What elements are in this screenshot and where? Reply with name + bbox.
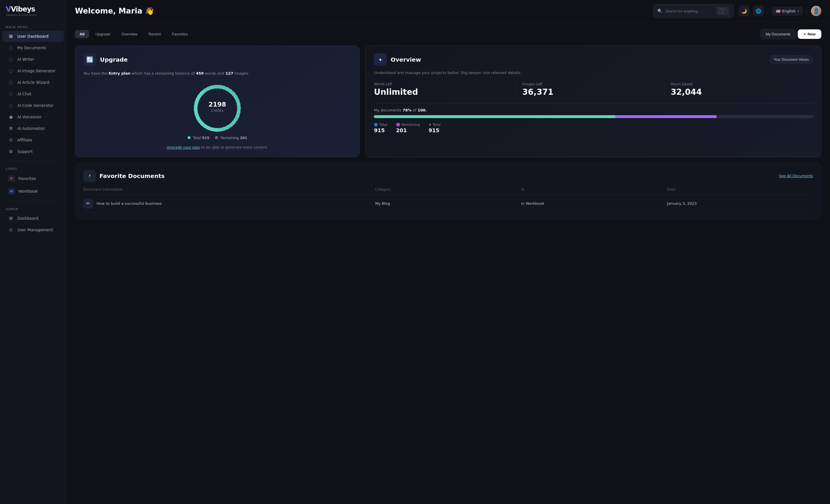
- upgrade-card: 🔄 Upgrade You have the Entry plan which …: [75, 45, 360, 157]
- sidebar-item-ai-voiceover[interactable]: ◉ AI Voiceover: [2, 111, 64, 123]
- app-name: VVibeys: [6, 5, 37, 13]
- overview-card-title-row: ✦ Overview: [374, 53, 421, 66]
- stats-row: Words Left Unlimited Images Left 36,371 …: [374, 82, 813, 97]
- sidebar-item-label: Favorites: [19, 176, 36, 181]
- doc-date: January 3, 2023: [667, 201, 813, 206]
- sidebar-item-label: AI Code Generator: [17, 103, 53, 108]
- col-in: In: [521, 188, 667, 192]
- admin-dashboard-icon: ⊞: [8, 215, 14, 221]
- upgrade-description: You have the Entry plan which has a rema…: [83, 71, 351, 77]
- avatar-image: 👤: [813, 7, 820, 14]
- main-content: Welcome, Maria 👋 🔍 cmd + E 🌙 🌐 🇺🇸 Englis…: [66, 0, 830, 504]
- language-selector[interactable]: 🇺🇸 English ▾: [772, 7, 803, 15]
- sidebar-item-user-management[interactable]: ⊙ User Management: [2, 224, 64, 235]
- language-label: English: [782, 9, 796, 13]
- favorite-docs-card: ⚡ Favorite Documents See All Documents D…: [75, 163, 821, 220]
- support-icon: ⚙: [8, 148, 14, 155]
- sidebar-item-label: User Management: [17, 228, 53, 232]
- search-input[interactable]: [665, 9, 713, 13]
- overview-icon: ✦: [374, 53, 386, 66]
- tab-all[interactable]: All: [75, 30, 89, 38]
- sidebar-item-label: AI Chat: [17, 92, 31, 96]
- stat-words-value: Unlimited: [374, 87, 510, 97]
- header-actions: 🌙 🌐 🇺🇸 English ▾ 👤: [739, 6, 821, 16]
- affiliate-icon: ⊙: [8, 137, 14, 143]
- fav-docs-icon: ⚡: [83, 170, 96, 182]
- svg-text:2198: 2198: [209, 101, 226, 108]
- links-label: LINKS: [0, 164, 66, 172]
- ai-voiceover-icon: ◉: [8, 114, 14, 120]
- sidebar-item-ai-code-generator[interactable]: ◌ AI Code Generator: [2, 100, 64, 111]
- stat-hours-saved: Hours Saved 32,044: [671, 82, 813, 97]
- prog-total-2-value: 915: [428, 127, 441, 133]
- sidebar-divider-1: [6, 161, 60, 161]
- ai-automation-icon: ⚙: [8, 126, 14, 131]
- stat-words-label: Words Left: [374, 82, 510, 86]
- total-dot: [188, 136, 191, 139]
- see-all-link[interactable]: See All Documents: [779, 174, 813, 178]
- user-avatar[interactable]: 👤: [811, 6, 821, 16]
- upgrade-link[interactable]: Upgrade your plan: [167, 145, 200, 149]
- sidebar-item-ai-chat[interactable]: ◌ AI Chat: [2, 89, 64, 99]
- credits-svg: // We'll do this in inline SVG with actu…: [191, 82, 243, 134]
- tab-upgrade[interactable]: Upgrade: [91, 30, 115, 38]
- sidebar-item-workbook[interactable]: W Workbook: [2, 185, 64, 197]
- app-tagline: Integrate AI Seamlessly.: [6, 13, 37, 16]
- credits-chart-wrapper: // We'll do this in inline SVG with actu…: [83, 82, 351, 140]
- sidebar-item-ai-writer[interactable]: ◌ AI Writer: [2, 54, 64, 65]
- upgrade-card-header: 🔄 Upgrade: [83, 53, 351, 66]
- prog-total-value: 915: [374, 127, 387, 133]
- overview-card: ✦ Overview Your Document Values Understa…: [365, 45, 821, 157]
- chevron-down-icon: ▾: [797, 9, 799, 13]
- sidebar-item-my-documents[interactable]: ◌ My Documents: [2, 42, 64, 53]
- user-management-icon: ⊙: [8, 227, 14, 233]
- sidebar-item-label: My Documents: [17, 45, 46, 50]
- sidebar: VVibeys Integrate AI Seamlessly. MAIN ME…: [0, 0, 66, 504]
- sidebar-item-ai-image-generator[interactable]: ◌ AI Image Generator: [2, 65, 64, 76]
- prog-legend-remaining: 🟣 Remaining 201: [396, 123, 420, 133]
- stat-images-label: Images Left: [522, 82, 659, 86]
- dark-mode-toggle[interactable]: 🌙: [739, 6, 749, 16]
- progress-bar-track: [374, 115, 813, 118]
- upgrade-link-suffix: to be able to generate more content.: [201, 145, 268, 149]
- new-button[interactable]: + New: [798, 29, 821, 39]
- header-divider-2: [807, 7, 807, 15]
- doc-info-cell: ✏️ How to build a successful business: [83, 199, 375, 208]
- col-date: Date: [667, 188, 813, 192]
- sidebar-item-support[interactable]: ⚙ Support: [2, 146, 64, 157]
- tab-overview[interactable]: Overview: [117, 30, 142, 38]
- sidebar-item-ai-automation[interactable]: ⚙ AI Automation: [2, 123, 64, 134]
- search-bar[interactable]: 🔍 cmd + E: [653, 4, 734, 18]
- sidebar-item-user-dashboard[interactable]: ⊞ User Dashboard: [2, 31, 64, 42]
- tabs-row: All Upgrade Overview Recent Favorites My…: [75, 29, 821, 39]
- tab-favorites[interactable]: Favorites: [167, 30, 193, 38]
- overview-description: Understand and manage your projects bett…: [374, 70, 813, 76]
- tab-recent[interactable]: Recent: [144, 30, 165, 38]
- doc-category: My Blog: [375, 201, 521, 206]
- my-documents-button[interactable]: My Documents: [760, 29, 796, 39]
- stat-words-left: Words Left Unlimited: [374, 82, 516, 97]
- sidebar-item-admin-dashboard[interactable]: ⊞ Dashboard: [2, 213, 64, 224]
- docs-progress-label: My documents 78% of 100.: [374, 108, 813, 112]
- table-header: Document Information Category In Date: [83, 188, 813, 195]
- sidebar-divider-2: [6, 201, 60, 201]
- content-area: All Upgrade Overview Recent Favorites My…: [66, 22, 830, 504]
- your-doc-values-button[interactable]: Your Document Values: [769, 55, 813, 64]
- admin-label: ADMIN: [0, 205, 66, 212]
- col-document-info: Document Information: [83, 188, 375, 192]
- sidebar-item-label: Affiliate: [17, 138, 32, 142]
- favorites-badge: F: [8, 175, 15, 182]
- progress-bar-teal: [374, 115, 615, 118]
- stat-images-value: 36,371: [522, 87, 659, 97]
- sidebar-item-affiliate[interactable]: ⊙ Affiliate: [2, 134, 64, 145]
- sidebar-item-favorites[interactable]: F Favorites: [2, 172, 64, 184]
- prog-total-2-label: Total: [433, 123, 441, 127]
- doc-icon: ✏️: [83, 199, 93, 208]
- sidebar-item-ai-article-wizard[interactable]: ◌ AI Article Wizard: [2, 77, 64, 88]
- progress-legend: 🔵 Total 915 🟣 Remaining 201 ⚫ Total 915: [374, 123, 813, 133]
- globe-icon-btn[interactable]: 🌐: [753, 6, 764, 16]
- ai-image-icon: ◌: [8, 68, 14, 74]
- doc-title: How to build a successful business: [97, 201, 162, 206]
- ai-code-icon: ◌: [8, 103, 14, 108]
- prog-dot-teal: 🔵: [374, 123, 379, 127]
